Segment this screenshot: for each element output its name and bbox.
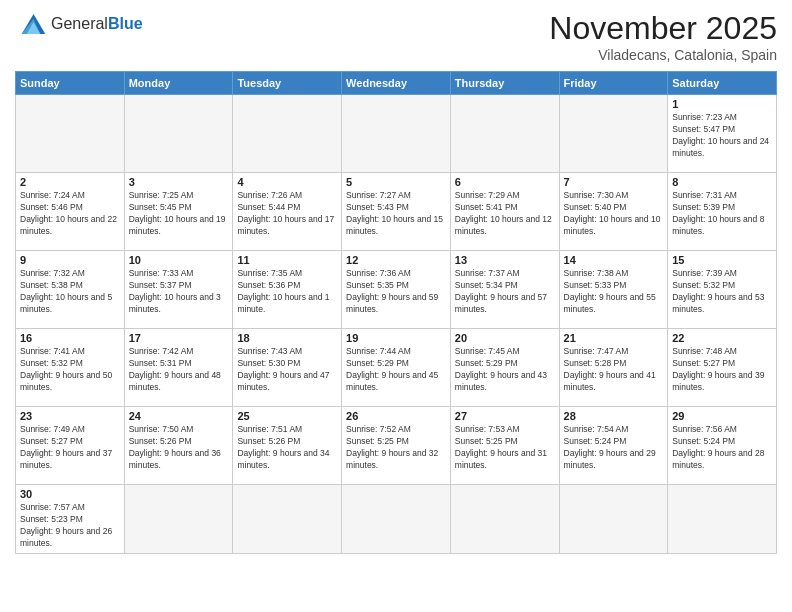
- day-number: 20: [455, 332, 555, 344]
- calendar-week-4: 23Sunrise: 7:49 AM Sunset: 5:27 PM Dayli…: [16, 407, 777, 485]
- header-sunday: Sunday: [16, 72, 125, 95]
- day-number: 22: [672, 332, 772, 344]
- day-number: 21: [564, 332, 664, 344]
- calendar-cell: [668, 485, 777, 554]
- day-info: Sunrise: 7:44 AM Sunset: 5:29 PM Dayligh…: [346, 346, 446, 394]
- day-info: Sunrise: 7:52 AM Sunset: 5:25 PM Dayligh…: [346, 424, 446, 472]
- calendar-cell: 14Sunrise: 7:38 AM Sunset: 5:33 PM Dayli…: [559, 251, 668, 329]
- page: GeneralBlue November 2025 Viladecans, Ca…: [0, 0, 792, 612]
- header: GeneralBlue November 2025 Viladecans, Ca…: [15, 10, 777, 63]
- calendar-cell: 27Sunrise: 7:53 AM Sunset: 5:25 PM Dayli…: [450, 407, 559, 485]
- day-info: Sunrise: 7:35 AM Sunset: 5:36 PM Dayligh…: [237, 268, 337, 316]
- calendar-cell: 17Sunrise: 7:42 AM Sunset: 5:31 PM Dayli…: [124, 329, 233, 407]
- calendar-cell: 28Sunrise: 7:54 AM Sunset: 5:24 PM Dayli…: [559, 407, 668, 485]
- day-number: 5: [346, 176, 446, 188]
- calendar-cell: [450, 485, 559, 554]
- calendar-cell: 29Sunrise: 7:56 AM Sunset: 5:24 PM Dayli…: [668, 407, 777, 485]
- day-info: Sunrise: 7:41 AM Sunset: 5:32 PM Dayligh…: [20, 346, 120, 394]
- day-number: 26: [346, 410, 446, 422]
- day-number: 14: [564, 254, 664, 266]
- calendar-cell: 19Sunrise: 7:44 AM Sunset: 5:29 PM Dayli…: [342, 329, 451, 407]
- day-number: 8: [672, 176, 772, 188]
- calendar-week-5: 30Sunrise: 7:57 AM Sunset: 5:23 PM Dayli…: [16, 485, 777, 554]
- day-number: 28: [564, 410, 664, 422]
- calendar-cell: 30Sunrise: 7:57 AM Sunset: 5:23 PM Dayli…: [16, 485, 125, 554]
- calendar-cell: [124, 485, 233, 554]
- day-info: Sunrise: 7:23 AM Sunset: 5:47 PM Dayligh…: [672, 112, 772, 160]
- day-number: 23: [20, 410, 120, 422]
- day-info: Sunrise: 7:57 AM Sunset: 5:23 PM Dayligh…: [20, 502, 120, 550]
- header-friday: Friday: [559, 72, 668, 95]
- calendar-cell: 23Sunrise: 7:49 AM Sunset: 5:27 PM Dayli…: [16, 407, 125, 485]
- day-info: Sunrise: 7:37 AM Sunset: 5:34 PM Dayligh…: [455, 268, 555, 316]
- calendar-cell: 11Sunrise: 7:35 AM Sunset: 5:36 PM Dayli…: [233, 251, 342, 329]
- calendar-week-1: 2Sunrise: 7:24 AM Sunset: 5:46 PM Daylig…: [16, 173, 777, 251]
- logo: GeneralBlue: [15, 10, 143, 38]
- calendar-cell: [233, 95, 342, 173]
- day-info: Sunrise: 7:45 AM Sunset: 5:29 PM Dayligh…: [455, 346, 555, 394]
- logo-text: GeneralBlue: [51, 15, 143, 33]
- calendar-week-0: 1Sunrise: 7:23 AM Sunset: 5:47 PM Daylig…: [16, 95, 777, 173]
- day-info: Sunrise: 7:24 AM Sunset: 5:46 PM Dayligh…: [20, 190, 120, 238]
- day-info: Sunrise: 7:29 AM Sunset: 5:41 PM Dayligh…: [455, 190, 555, 238]
- day-number: 13: [455, 254, 555, 266]
- month-title: November 2025: [549, 10, 777, 47]
- calendar-cell: [233, 485, 342, 554]
- day-info: Sunrise: 7:32 AM Sunset: 5:38 PM Dayligh…: [20, 268, 120, 316]
- title-block: November 2025 Viladecans, Catalonia, Spa…: [549, 10, 777, 63]
- logo-icon: [15, 10, 47, 38]
- header-saturday: Saturday: [668, 72, 777, 95]
- calendar-cell: 22Sunrise: 7:48 AM Sunset: 5:27 PM Dayli…: [668, 329, 777, 407]
- day-number: 9: [20, 254, 120, 266]
- header-wednesday: Wednesday: [342, 72, 451, 95]
- calendar-cell: 5Sunrise: 7:27 AM Sunset: 5:43 PM Daylig…: [342, 173, 451, 251]
- day-info: Sunrise: 7:54 AM Sunset: 5:24 PM Dayligh…: [564, 424, 664, 472]
- calendar-cell: 8Sunrise: 7:31 AM Sunset: 5:39 PM Daylig…: [668, 173, 777, 251]
- day-number: 17: [129, 332, 229, 344]
- calendar-cell: 2Sunrise: 7:24 AM Sunset: 5:46 PM Daylig…: [16, 173, 125, 251]
- calendar-cell: [450, 95, 559, 173]
- day-number: 25: [237, 410, 337, 422]
- calendar-cell: 24Sunrise: 7:50 AM Sunset: 5:26 PM Dayli…: [124, 407, 233, 485]
- day-info: Sunrise: 7:49 AM Sunset: 5:27 PM Dayligh…: [20, 424, 120, 472]
- day-info: Sunrise: 7:30 AM Sunset: 5:40 PM Dayligh…: [564, 190, 664, 238]
- header-monday: Monday: [124, 72, 233, 95]
- calendar-cell: 26Sunrise: 7:52 AM Sunset: 5:25 PM Dayli…: [342, 407, 451, 485]
- day-number: 1: [672, 98, 772, 110]
- calendar-cell: [16, 95, 125, 173]
- calendar-cell: 10Sunrise: 7:33 AM Sunset: 5:37 PM Dayli…: [124, 251, 233, 329]
- day-number: 19: [346, 332, 446, 344]
- calendar-cell: 15Sunrise: 7:39 AM Sunset: 5:32 PM Dayli…: [668, 251, 777, 329]
- day-info: Sunrise: 7:48 AM Sunset: 5:27 PM Dayligh…: [672, 346, 772, 394]
- weekday-header-row: Sunday Monday Tuesday Wednesday Thursday…: [16, 72, 777, 95]
- calendar-cell: [342, 95, 451, 173]
- calendar-cell: 21Sunrise: 7:47 AM Sunset: 5:28 PM Dayli…: [559, 329, 668, 407]
- day-number: 30: [20, 488, 120, 500]
- calendar-cell: 3Sunrise: 7:25 AM Sunset: 5:45 PM Daylig…: [124, 173, 233, 251]
- calendar-week-3: 16Sunrise: 7:41 AM Sunset: 5:32 PM Dayli…: [16, 329, 777, 407]
- day-number: 7: [564, 176, 664, 188]
- day-number: 3: [129, 176, 229, 188]
- day-number: 12: [346, 254, 446, 266]
- calendar-cell: 1Sunrise: 7:23 AM Sunset: 5:47 PM Daylig…: [668, 95, 777, 173]
- day-info: Sunrise: 7:31 AM Sunset: 5:39 PM Dayligh…: [672, 190, 772, 238]
- day-info: Sunrise: 7:36 AM Sunset: 5:35 PM Dayligh…: [346, 268, 446, 316]
- day-number: 24: [129, 410, 229, 422]
- day-info: Sunrise: 7:25 AM Sunset: 5:45 PM Dayligh…: [129, 190, 229, 238]
- day-number: 16: [20, 332, 120, 344]
- calendar-cell: 9Sunrise: 7:32 AM Sunset: 5:38 PM Daylig…: [16, 251, 125, 329]
- location: Viladecans, Catalonia, Spain: [549, 47, 777, 63]
- day-number: 4: [237, 176, 337, 188]
- day-info: Sunrise: 7:47 AM Sunset: 5:28 PM Dayligh…: [564, 346, 664, 394]
- day-info: Sunrise: 7:26 AM Sunset: 5:44 PM Dayligh…: [237, 190, 337, 238]
- day-info: Sunrise: 7:39 AM Sunset: 5:32 PM Dayligh…: [672, 268, 772, 316]
- calendar-cell: 7Sunrise: 7:30 AM Sunset: 5:40 PM Daylig…: [559, 173, 668, 251]
- calendar-cell: 20Sunrise: 7:45 AM Sunset: 5:29 PM Dayli…: [450, 329, 559, 407]
- calendar-cell: [559, 95, 668, 173]
- calendar-cell: [559, 485, 668, 554]
- calendar-cell: 13Sunrise: 7:37 AM Sunset: 5:34 PM Dayli…: [450, 251, 559, 329]
- day-number: 18: [237, 332, 337, 344]
- day-info: Sunrise: 7:51 AM Sunset: 5:26 PM Dayligh…: [237, 424, 337, 472]
- day-info: Sunrise: 7:38 AM Sunset: 5:33 PM Dayligh…: [564, 268, 664, 316]
- calendar-cell: 25Sunrise: 7:51 AM Sunset: 5:26 PM Dayli…: [233, 407, 342, 485]
